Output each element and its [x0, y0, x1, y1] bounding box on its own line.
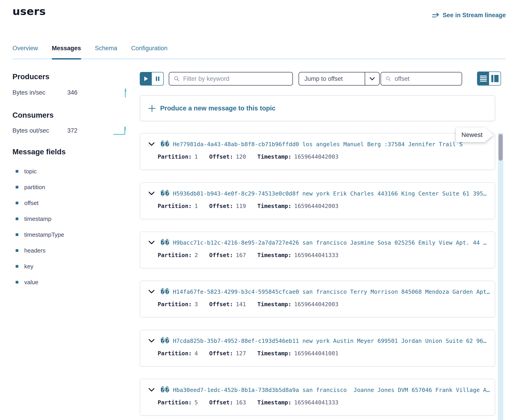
select-chevron-area[interactable] — [365, 72, 379, 85]
pause-icon — [156, 76, 160, 81]
message-row[interactable]: �� H14fa67fe-5823-4299-b3c4-595845cfcae0… — [140, 281, 495, 317]
topic-messages-page: users See in Stream lineage Overview Mes… — [0, 0, 516, 420]
chevron-down-icon[interactable] — [148, 191, 155, 195]
search-icon — [385, 75, 391, 82]
chevron-down-icon[interactable] — [148, 388, 155, 392]
jump-to-offset-select[interactable]: Jump to offset — [299, 72, 380, 86]
newest-tooltip-label: Newest — [456, 128, 485, 142]
tab-configuration[interactable]: Configuration — [131, 45, 168, 60]
message-meta: Partition:4 Offset:127 Timestamp:1659644… — [158, 350, 339, 357]
field-item-offset[interactable]: offset — [12, 195, 117, 211]
message-row[interactable]: �� He77981da-4a43-48ab-b8f8-cb71b96ffdd0… — [140, 133, 495, 170]
timestamp-value: 1659644041333 — [294, 252, 339, 258]
bytes-out-label: Bytes out/sec — [12, 127, 67, 134]
tooltip-arrow — [485, 128, 493, 142]
message-key-bytes: �� — [161, 338, 170, 344]
field-item-key[interactable]: key — [12, 258, 117, 274]
stream-lineage-link[interactable]: See in Stream lineage — [432, 12, 506, 19]
offset-value: 120 — [236, 153, 246, 160]
offset-value: 167 — [236, 252, 246, 258]
chevron-down-icon[interactable] — [148, 142, 155, 146]
partition-value: 1 — [195, 203, 198, 209]
tab-underline-track — [12, 58, 506, 60]
field-item-value[interactable]: value — [12, 274, 117, 290]
field-item-headers[interactable]: headers — [12, 243, 117, 258]
bullet-square-icon — [16, 170, 18, 173]
message-key-bytes: �� — [161, 288, 170, 295]
tab-overview[interactable]: Overview — [12, 45, 38, 60]
stream-lineage-label: See in Stream lineage — [443, 12, 506, 19]
offset-value: 119 — [236, 203, 246, 209]
chevron-down-icon[interactable] — [148, 339, 155, 343]
message-row[interactable]: �� H7cda825b-35b7-4952-88ef-c193d546eb11… — [140, 330, 495, 367]
plus-icon — [148, 105, 156, 112]
keyword-filter-input[interactable] — [183, 75, 288, 82]
list-view-button[interactable] — [477, 72, 489, 85]
consumers-sparkline — [113, 125, 127, 136]
message-meta: Partition:2 Offset:167 Timestamp:1659644… — [158, 252, 339, 258]
message-key-bytes: �� — [161, 141, 170, 148]
newest-tooltip: Newest — [456, 128, 493, 142]
message-meta: Partition:5 Offset:163 Timestamp:1659644… — [158, 399, 339, 406]
bullet-square-icon — [16, 265, 18, 268]
field-item-timestampType[interactable]: timestampType — [12, 227, 117, 243]
message-summary: H5936db81-b943-4e0f-8c29-74513e0c0d8f ne… — [173, 190, 486, 197]
message-summary: He77981da-4a43-48ab-b8f8-cb71b96ffdd0 lo… — [173, 141, 462, 148]
consumers-metric-row: Bytes out/sec 372 — [12, 126, 127, 135]
chevron-down-icon — [370, 77, 375, 81]
message-meta: Partition:1 Offset:120 Timestamp:1659644… — [158, 153, 339, 160]
field-item-partition[interactable]: partition — [12, 179, 117, 195]
bullet-square-icon — [16, 218, 18, 220]
message-key-bytes: �� — [161, 387, 170, 393]
bullet-square-icon — [16, 186, 18, 188]
play-icon — [144, 76, 148, 81]
offset-search-field — [381, 72, 462, 86]
produce-message-label: Produce a new message to this topic — [160, 105, 276, 112]
produce-message-button[interactable]: Produce a new message to this topic — [140, 95, 495, 121]
bytes-out-value: 372 — [67, 127, 77, 134]
view-mode-toggle — [477, 72, 501, 86]
offset-value: 141 — [236, 301, 246, 308]
timestamp-value: 1659644042003 — [294, 203, 339, 209]
message-row[interactable]: �� H5936db81-b943-4e0f-8c29-74513e0c0d8f… — [140, 182, 495, 219]
play-button[interactable] — [140, 72, 152, 85]
jump-to-offset-value: Jump to offset — [299, 72, 365, 85]
message-summary: Hba30eed7-1edc-452b-8b1a-738d3b5d8a9a sa… — [173, 387, 490, 393]
message-summary: H14fa67fe-5823-4299-b3c4-595845cfcae0 sa… — [173, 289, 490, 295]
bullet-square-icon — [16, 233, 18, 236]
field-item-topic[interactable]: topic — [12, 163, 117, 179]
tab-messages[interactable]: Messages — [52, 45, 81, 60]
messages-scrollbar-thumb[interactable] — [499, 134, 503, 161]
dashed-arrow-icon — [432, 12, 440, 19]
partition-value: 5 — [195, 399, 198, 406]
timestamp-value: 1659644042003 — [294, 301, 339, 308]
live-playpause-toggle — [140, 72, 164, 86]
message-row[interactable]: �� H9bacc71c-b12c-4216-8e95-2a7da727e426… — [140, 232, 495, 268]
partition-value: 4 — [195, 350, 198, 357]
message-meta: Partition:3 Offset:141 Timestamp:1659644… — [158, 301, 339, 308]
producers-metric-row: Bytes in/sec 346 — [12, 88, 127, 97]
tab-bar: Overview Messages Schema Configuration — [12, 45, 506, 60]
partition-value: 3 — [195, 301, 198, 308]
message-summary: H9bacc71c-b12c-4216-8e95-2a7da727e426 sa… — [173, 240, 486, 246]
offset-value: 163 — [236, 399, 246, 406]
field-item-timestamp[interactable]: timestamp — [12, 211, 117, 227]
offset-search-input[interactable] — [394, 75, 457, 82]
message-fields-heading: Message fields — [12, 148, 66, 156]
timestamp-value: 1659644041001 — [294, 350, 339, 357]
bytes-in-label: Bytes in/sec — [12, 89, 67, 96]
chevron-down-icon[interactable] — [148, 240, 155, 245]
tab-schema[interactable]: Schema — [95, 45, 117, 60]
page-title: users — [12, 5, 46, 17]
bullet-square-icon — [16, 249, 18, 252]
message-row[interactable]: �� Hba30eed7-1edc-452b-8b1a-738d3b5d8a9a… — [140, 379, 495, 416]
message-key-bytes: �� — [161, 239, 170, 246]
chevron-down-icon[interactable] — [148, 290, 155, 294]
pause-button[interactable] — [152, 72, 163, 85]
partition-value: 1 — [195, 153, 198, 160]
timestamp-value: 1659644041333 — [294, 399, 339, 406]
producers-heading: Producers — [12, 72, 49, 81]
split-view-icon — [491, 75, 499, 82]
list-view-icon — [480, 75, 487, 82]
split-view-button[interactable] — [489, 72, 501, 85]
